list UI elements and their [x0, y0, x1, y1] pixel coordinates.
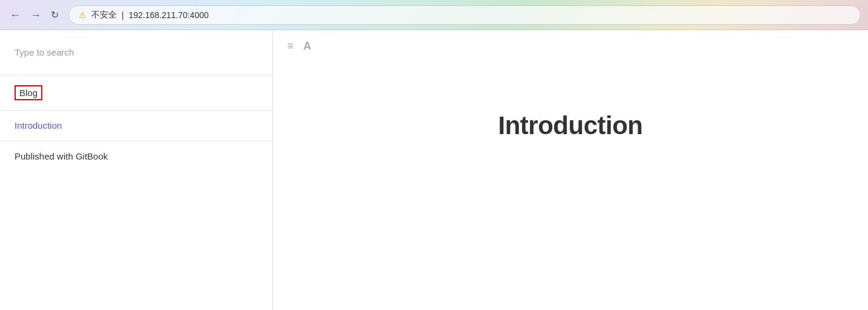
address-bar[interactable]: ⚠ 不安全 | 192.168.211.70:4000: [68, 5, 861, 25]
font-icon[interactable]: A: [304, 40, 312, 53]
sidebar-item-blog[interactable]: Blog: [0, 76, 272, 111]
sidebar-item-published: Published with GitBook: [0, 141, 272, 172]
page-layout: Type to search Blog Introduction Publish…: [0, 30, 868, 310]
content-area: Introduction: [273, 63, 868, 310]
address-text: 192.168.211.70:4000: [129, 10, 209, 20]
published-label: Published with GitBook: [15, 151, 108, 161]
main-content: ≡ A Introduction: [273, 30, 868, 310]
back-button[interactable]: ←: [7, 8, 23, 22]
search-area[interactable]: Type to search: [0, 30, 272, 76]
security-label: 不安全: [91, 10, 117, 21]
nav-buttons: ← → ↻: [7, 8, 61, 22]
sidebar: Type to search Blog Introduction Publish…: [0, 30, 273, 310]
warning-icon: ⚠: [79, 10, 86, 20]
browser-chrome: ← → ↻ ⚠ 不安全 | 192.168.211.70:4000: [0, 0, 868, 30]
blog-label: Blog: [15, 85, 42, 100]
toolbar: ≡ A: [273, 30, 868, 63]
introduction-link[interactable]: Introduction: [15, 120, 62, 131]
reload-button[interactable]: ↻: [48, 8, 61, 22]
forward-button[interactable]: →: [28, 8, 44, 22]
menu-icon[interactable]: ≡: [287, 40, 294, 53]
address-separator: |: [122, 10, 124, 20]
search-placeholder: Type to search: [15, 47, 74, 57]
sidebar-item-introduction[interactable]: Introduction: [0, 111, 272, 141]
page-title: Introduction: [498, 111, 643, 140]
